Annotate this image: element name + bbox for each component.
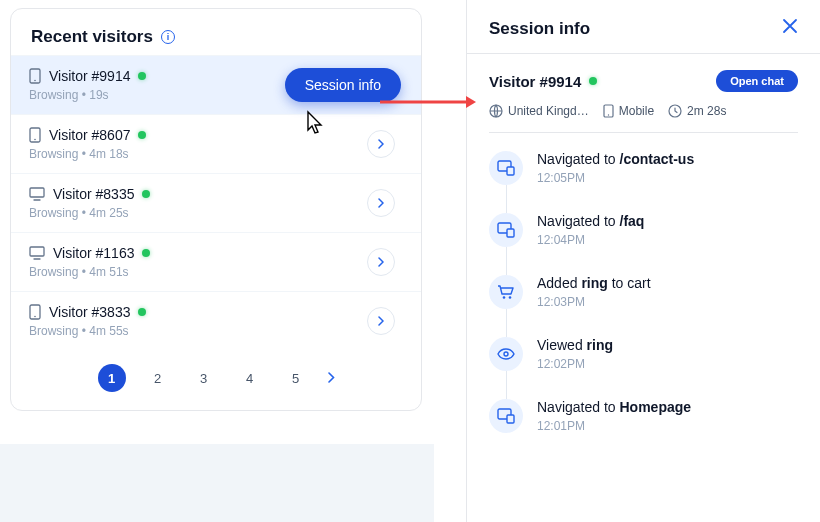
meta-duration: 2m 28s (668, 104, 726, 118)
status-dot-icon (589, 77, 597, 85)
svg-point-19 (504, 352, 508, 356)
visitor-name: Visitor #1163 (53, 245, 134, 261)
page-number[interactable]: 3 (190, 364, 218, 392)
timeline-time: 12:05PM (537, 171, 694, 185)
expand-visitor-button[interactable] (367, 248, 395, 276)
svg-rect-21 (507, 415, 514, 423)
page-number[interactable]: 1 (98, 364, 126, 392)
mobile-icon (29, 127, 41, 143)
navigate-icon (489, 399, 523, 433)
timeline-text: Added ring to cart (537, 275, 651, 291)
recent-visitors-header: Recent visitors i (11, 9, 421, 55)
close-icon[interactable] (782, 18, 798, 39)
expand-visitor-button[interactable] (367, 307, 395, 335)
svg-rect-14 (507, 167, 514, 175)
status-dot-icon (138, 308, 146, 316)
visitor-name: Visitor #8607 (49, 127, 130, 143)
visitor-list-item[interactable]: Visitor #8335 Browsing • 4m 25s (11, 173, 421, 232)
visitor-status-line: Browsing • 4m 51s (29, 265, 403, 279)
status-dot-icon (138, 131, 146, 139)
expand-visitor-button[interactable] (367, 189, 395, 217)
visitor-name: Visitor #3833 (49, 304, 130, 320)
visitor-list-item[interactable]: Visitor #9914 Browsing • 19s Session inf… (11, 55, 421, 114)
navigate-icon (489, 151, 523, 185)
globe-icon (489, 104, 503, 118)
session-panel-title: Session info (489, 19, 590, 39)
visitors-list: Visitor #9914 Browsing • 19s Session inf… (11, 55, 421, 350)
svg-point-17 (503, 296, 506, 299)
session-info-panel: Session info Visitor #9914 Open chat Uni… (466, 0, 820, 522)
svg-rect-4 (30, 188, 44, 197)
recent-visitors-panel: Recent visitors i Visitor #9914 Browsing… (10, 8, 422, 411)
info-icon[interactable]: i (161, 30, 175, 44)
status-dot-icon (138, 72, 146, 80)
svg-point-7 (34, 316, 36, 318)
svg-point-3 (34, 139, 36, 141)
meta-device: Mobile (603, 104, 654, 118)
session-meta: United Kingd… Mobile 2m 28s (489, 104, 798, 133)
svg-point-1 (34, 80, 36, 82)
timeline-text: Viewed ring (537, 337, 613, 353)
visitor-name: Visitor #8335 (53, 186, 134, 202)
expand-visitor-button[interactable] (367, 130, 395, 158)
timeline-item: Navigated to Homepage 12:01PM (489, 399, 798, 455)
timeline-item: Navigated to /faq 12:04PM (489, 213, 798, 275)
visitor-status-line: Browsing • 4m 18s (29, 147, 403, 161)
visitor-list-item[interactable]: Visitor #3833 Browsing • 4m 55s (11, 291, 421, 350)
visitor-name: Visitor #9914 (49, 68, 130, 84)
timeline-item: Added ring to cart 12:03PM (489, 275, 798, 337)
page-next-icon[interactable] (328, 371, 335, 386)
navigate-icon (489, 213, 523, 247)
visitor-list-item[interactable]: Visitor #8607 Browsing • 4m 18s (11, 114, 421, 173)
timeline-text: Navigated to /contact-us (537, 151, 694, 167)
mobile-icon (29, 68, 41, 84)
mobile-icon (603, 104, 614, 118)
status-dot-icon (142, 190, 150, 198)
eye-icon (489, 337, 523, 371)
timeline-text: Navigated to /faq (537, 213, 644, 229)
timeline-time: 12:03PM (537, 295, 651, 309)
timeline-text: Navigated to Homepage (537, 399, 691, 415)
session-visitor-name: Visitor #9914 (489, 73, 597, 90)
pagination: 1 2 3 4 5 (11, 350, 421, 410)
session-info-button[interactable]: Session info (285, 68, 401, 102)
timeline-item: Navigated to /contact-us 12:05PM (489, 151, 798, 213)
visitor-status-line: Browsing • 4m 55s (29, 324, 403, 338)
visitor-list-item[interactable]: Visitor #1163 Browsing • 4m 51s (11, 232, 421, 291)
status-dot-icon (142, 249, 150, 257)
cart-icon (489, 275, 523, 309)
desktop-icon (29, 246, 45, 260)
svg-rect-5 (30, 247, 44, 256)
svg-point-11 (608, 114, 609, 115)
svg-point-18 (509, 296, 512, 299)
page-number[interactable]: 2 (144, 364, 172, 392)
session-panel-header: Session info (467, 0, 820, 54)
open-chat-button[interactable]: Open chat (716, 70, 798, 92)
page-number[interactable]: 5 (282, 364, 310, 392)
timeline-time: 12:02PM (537, 357, 613, 371)
mobile-icon (29, 304, 41, 320)
session-timeline: Navigated to /contact-us 12:05PM Navigat… (467, 133, 820, 455)
timeline-time: 12:04PM (537, 233, 644, 247)
desktop-icon (29, 187, 45, 201)
session-visitor-block: Visitor #9914 Open chat United Kingd… Mo… (467, 54, 820, 133)
page-number[interactable]: 4 (236, 364, 264, 392)
svg-rect-16 (507, 229, 514, 237)
visitor-status-line: Browsing • 4m 25s (29, 206, 403, 220)
timeline-item: Viewed ring 12:02PM (489, 337, 798, 399)
meta-country: United Kingd… (489, 104, 589, 118)
clock-icon (668, 104, 682, 118)
recent-visitors-title: Recent visitors (31, 27, 153, 47)
timeline-time: 12:01PM (537, 419, 691, 433)
